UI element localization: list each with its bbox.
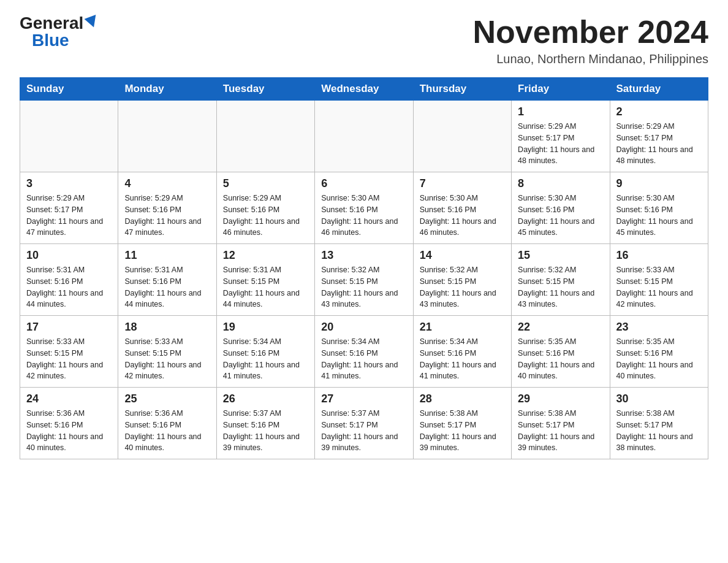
- calendar-cell: 30Sunrise: 5:38 AMSunset: 5:17 PMDayligh…: [610, 388, 708, 459]
- weekday-header-row: Sunday Monday Tuesday Wednesday Thursday…: [20, 78, 708, 101]
- calendar-cell: [413, 101, 511, 172]
- day-number: 4: [124, 177, 210, 190]
- day-number: 19: [223, 321, 308, 334]
- day-number: 2: [616, 105, 702, 118]
- day-info: Sunrise: 5:29 AMSunset: 5:17 PMDaylight:…: [616, 121, 702, 167]
- calendar-cell: 10Sunrise: 5:31 AMSunset: 5:16 PMDayligh…: [20, 244, 118, 316]
- calendar-cell: 29Sunrise: 5:38 AMSunset: 5:17 PMDayligh…: [512, 388, 610, 459]
- day-info: Sunrise: 5:33 AMSunset: 5:15 PMDaylight:…: [26, 336, 112, 382]
- day-info: Sunrise: 5:38 AMSunset: 5:17 PMDaylight:…: [518, 408, 603, 454]
- logo-blue-text: Blue: [32, 32, 69, 49]
- logo-triangle-icon: [85, 15, 100, 29]
- day-number: 7: [420, 177, 505, 190]
- calendar-cell: 16Sunrise: 5:33 AMSunset: 5:15 PMDayligh…: [610, 244, 708, 316]
- day-number: 9: [616, 177, 702, 190]
- day-info: Sunrise: 5:29 AMSunset: 5:16 PMDaylight:…: [124, 193, 210, 239]
- calendar-cell: 17Sunrise: 5:33 AMSunset: 5:15 PMDayligh…: [20, 316, 118, 388]
- calendar-cell: 8Sunrise: 5:30 AMSunset: 5:16 PMDaylight…: [512, 172, 610, 244]
- calendar-cell: 28Sunrise: 5:38 AMSunset: 5:17 PMDayligh…: [413, 388, 511, 459]
- day-info: Sunrise: 5:38 AMSunset: 5:17 PMDaylight:…: [420, 408, 505, 454]
- day-info: Sunrise: 5:31 AMSunset: 5:16 PMDaylight:…: [26, 264, 112, 310]
- calendar-cell: 2Sunrise: 5:29 AMSunset: 5:17 PMDaylight…: [610, 101, 708, 172]
- col-wednesday: Wednesday: [315, 78, 413, 101]
- col-monday: Monday: [118, 78, 216, 101]
- day-info: Sunrise: 5:30 AMSunset: 5:16 PMDaylight:…: [518, 193, 603, 239]
- day-info: Sunrise: 5:36 AMSunset: 5:16 PMDaylight:…: [124, 408, 210, 454]
- calendar-cell: 18Sunrise: 5:33 AMSunset: 5:15 PMDayligh…: [118, 316, 216, 388]
- calendar-cell: 27Sunrise: 5:37 AMSunset: 5:17 PMDayligh…: [315, 388, 413, 459]
- day-number: 18: [124, 321, 210, 334]
- day-info: Sunrise: 5:37 AMSunset: 5:16 PMDaylight:…: [223, 408, 308, 454]
- day-info: Sunrise: 5:34 AMSunset: 5:16 PMDaylight:…: [223, 336, 308, 382]
- calendar-cell: 19Sunrise: 5:34 AMSunset: 5:16 PMDayligh…: [216, 316, 314, 388]
- day-number: 8: [518, 177, 603, 190]
- col-sunday: Sunday: [20, 78, 118, 101]
- day-info: Sunrise: 5:37 AMSunset: 5:17 PMDaylight:…: [321, 408, 406, 454]
- calendar-cell: 4Sunrise: 5:29 AMSunset: 5:16 PMDaylight…: [118, 172, 216, 244]
- logo: General Blue: [20, 15, 98, 49]
- day-number: 11: [124, 249, 210, 262]
- calendar-cell: 12Sunrise: 5:31 AMSunset: 5:15 PMDayligh…: [216, 244, 314, 316]
- day-number: 3: [26, 177, 112, 190]
- day-info: Sunrise: 5:33 AMSunset: 5:15 PMDaylight:…: [616, 264, 702, 310]
- day-info: Sunrise: 5:32 AMSunset: 5:15 PMDaylight:…: [420, 264, 505, 310]
- day-number: 27: [321, 393, 406, 405]
- day-info: Sunrise: 5:35 AMSunset: 5:16 PMDaylight:…: [616, 336, 702, 382]
- col-friday: Friday: [512, 78, 610, 101]
- day-number: 25: [124, 393, 210, 405]
- calendar-body: 1Sunrise: 5:29 AMSunset: 5:17 PMDaylight…: [20, 101, 708, 459]
- day-number: 30: [616, 393, 702, 405]
- calendar-cell: [315, 101, 413, 172]
- logo-general-text: General: [20, 15, 83, 32]
- day-number: 13: [321, 249, 406, 262]
- calendar-week-row: 10Sunrise: 5:31 AMSunset: 5:16 PMDayligh…: [20, 244, 708, 316]
- col-thursday: Thursday: [413, 78, 511, 101]
- day-info: Sunrise: 5:34 AMSunset: 5:16 PMDaylight:…: [420, 336, 505, 382]
- calendar-cell: 5Sunrise: 5:29 AMSunset: 5:16 PMDaylight…: [216, 172, 314, 244]
- calendar-cell: 15Sunrise: 5:32 AMSunset: 5:15 PMDayligh…: [512, 244, 610, 316]
- day-info: Sunrise: 5:30 AMSunset: 5:16 PMDaylight:…: [321, 193, 406, 239]
- calendar-week-row: 24Sunrise: 5:36 AMSunset: 5:16 PMDayligh…: [20, 388, 708, 459]
- day-number: 28: [420, 393, 505, 405]
- calendar-cell: 23Sunrise: 5:35 AMSunset: 5:16 PMDayligh…: [610, 316, 708, 388]
- page-header: General Blue November 2024 Lunao, Northe…: [20, 15, 708, 66]
- day-number: 20: [321, 321, 406, 334]
- day-number: 26: [223, 393, 308, 405]
- calendar-cell: 26Sunrise: 5:37 AMSunset: 5:16 PMDayligh…: [216, 388, 314, 459]
- calendar-cell: 7Sunrise: 5:30 AMSunset: 5:16 PMDaylight…: [413, 172, 511, 244]
- day-number: 24: [26, 393, 112, 405]
- location-title: Lunao, Northern Mindanao, Philippines: [473, 52, 708, 66]
- day-info: Sunrise: 5:33 AMSunset: 5:15 PMDaylight:…: [124, 336, 210, 382]
- day-info: Sunrise: 5:34 AMSunset: 5:16 PMDaylight:…: [321, 336, 406, 382]
- day-info: Sunrise: 5:32 AMSunset: 5:15 PMDaylight:…: [321, 264, 406, 310]
- day-number: 5: [223, 177, 308, 190]
- day-info: Sunrise: 5:29 AMSunset: 5:17 PMDaylight:…: [26, 193, 112, 239]
- day-info: Sunrise: 5:38 AMSunset: 5:17 PMDaylight:…: [616, 408, 702, 454]
- day-number: 10: [26, 249, 112, 262]
- day-number: 6: [321, 177, 406, 190]
- day-number: 15: [518, 249, 603, 262]
- day-number: 12: [223, 249, 308, 262]
- calendar-cell: 22Sunrise: 5:35 AMSunset: 5:16 PMDayligh…: [512, 316, 610, 388]
- day-number: 29: [518, 393, 603, 405]
- calendar-cell: 14Sunrise: 5:32 AMSunset: 5:15 PMDayligh…: [413, 244, 511, 316]
- day-info: Sunrise: 5:36 AMSunset: 5:16 PMDaylight:…: [26, 408, 112, 454]
- calendar-cell: 1Sunrise: 5:29 AMSunset: 5:17 PMDaylight…: [512, 101, 610, 172]
- day-number: 1: [518, 105, 603, 118]
- calendar-cell: 9Sunrise: 5:30 AMSunset: 5:16 PMDaylight…: [610, 172, 708, 244]
- day-info: Sunrise: 5:29 AMSunset: 5:17 PMDaylight:…: [518, 121, 603, 167]
- col-tuesday: Tuesday: [216, 78, 314, 101]
- calendar-week-row: 3Sunrise: 5:29 AMSunset: 5:17 PMDaylight…: [20, 172, 708, 244]
- day-number: 23: [616, 321, 702, 334]
- day-info: Sunrise: 5:29 AMSunset: 5:16 PMDaylight:…: [223, 193, 308, 239]
- calendar-cell: 21Sunrise: 5:34 AMSunset: 5:16 PMDayligh…: [413, 316, 511, 388]
- calendar-cell: [216, 101, 314, 172]
- calendar-cell: 20Sunrise: 5:34 AMSunset: 5:16 PMDayligh…: [315, 316, 413, 388]
- calendar-cell: 24Sunrise: 5:36 AMSunset: 5:16 PMDayligh…: [20, 388, 118, 459]
- calendar-table: Sunday Monday Tuesday Wednesday Thursday…: [20, 77, 708, 459]
- day-number: 14: [420, 249, 505, 262]
- calendar-cell: [20, 101, 118, 172]
- day-info: Sunrise: 5:30 AMSunset: 5:16 PMDaylight:…: [420, 193, 505, 239]
- day-number: 16: [616, 249, 702, 262]
- day-number: 21: [420, 321, 505, 334]
